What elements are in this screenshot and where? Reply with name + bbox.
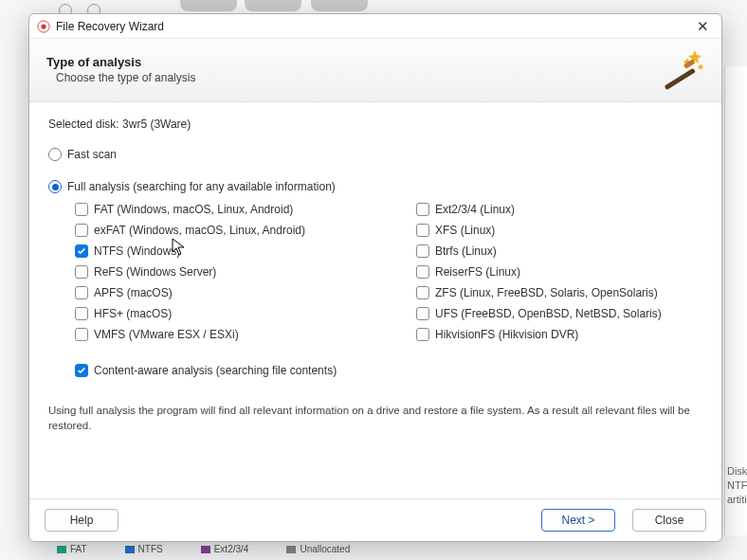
bg-drive-icon	[180, 0, 237, 11]
checkbox-hfsplus[interactable]: HFS+ (macOS)	[75, 307, 397, 320]
selected-disk-label: Selected disk: 3wr5 (3Ware)	[48, 117, 702, 131]
radio-icon	[48, 180, 62, 193]
checkbox-exfat[interactable]: exFAT (Windows, macOS, Linux, Android)	[75, 224, 397, 237]
dialog-footer: Help Next > Close	[29, 498, 721, 541]
dialog-titlebar: File Recovery Wizard ✕	[29, 14, 721, 39]
checkbox-ext[interactable]: Ext2/3/4 (Linux)	[416, 203, 710, 216]
wizard-dialog: File Recovery Wizard ✕ Type of analysis …	[28, 13, 722, 542]
checkbox-xfs[interactable]: XFS (Linux)	[416, 224, 710, 237]
svg-point-1	[41, 24, 46, 28]
bg-legend: FAT NTFS Ext2/3/4 Unallocated	[57, 544, 350, 554]
checkbox-btrfs[interactable]: Btrfs (Linux)	[416, 244, 710, 258]
full-analysis-label: Full analysis (searching for any availab…	[67, 180, 336, 193]
bg-right-labels: Disk NTFS artition	[727, 464, 747, 507]
close-button[interactable]: Close	[632, 509, 706, 532]
checkbox-hikvisionfs[interactable]: HikvisionFS (Hikvision DVR)	[416, 328, 710, 341]
dialog-body: Selected disk: 3wr5 (3Ware) Fast scan Fu…	[29, 102, 721, 498]
close-icon[interactable]: ✕	[691, 20, 714, 33]
fast-scan-radio[interactable]: Fast scan	[48, 148, 702, 161]
analysis-description: Using full analysis the program will fin…	[48, 404, 702, 433]
svg-rect-6	[683, 59, 696, 69]
checkbox-content-aware[interactable]: Content-aware analysis (searching file c…	[75, 364, 702, 377]
help-button[interactable]: Help	[45, 509, 118, 532]
checkbox-apfs[interactable]: APFS (macOS)	[75, 286, 397, 299]
radio-icon	[48, 148, 62, 161]
checkbox-reiserfs[interactable]: ReiserFS (Linux)	[416, 265, 710, 279]
dialog-title: File Recovery Wizard	[56, 20, 691, 33]
dialog-header: Type of analysis Choose the type of anal…	[29, 39, 721, 102]
bg-drive-icon	[311, 0, 368, 11]
bg-drive-icon	[245, 0, 301, 11]
checkbox-refs[interactable]: ReFS (Windows Server)	[75, 265, 397, 279]
checkbox-fat[interactable]: FAT (Windows, macOS, Linux, Android)	[75, 203, 397, 216]
checkbox-zfs[interactable]: ZFS (Linux, FreeBSD, Solaris, OpenSolari…	[416, 286, 710, 299]
svg-marker-4	[698, 63, 704, 70]
wizard-wand-icon	[659, 48, 704, 90]
svg-rect-5	[665, 68, 696, 90]
checkbox-ntfs[interactable]: NTFS (Windows)	[75, 244, 397, 258]
checkbox-ufs[interactable]: UFS (FreeBSD, OpenBSD, NetBSD, Solaris)	[416, 307, 710, 320]
content-aware-label: Content-aware analysis (searching file c…	[94, 364, 337, 377]
next-button[interactable]: Next >	[541, 509, 615, 532]
filesystem-grid: FAT (Windows, macOS, Linux, Android) Ext…	[75, 203, 702, 341]
checkbox-vmfs[interactable]: VMFS (VMware ESX / ESXi)	[75, 328, 397, 341]
header-subtitle: Choose the type of analysis	[56, 71, 659, 84]
full-analysis-radio[interactable]: Full analysis (searching for any availab…	[48, 180, 702, 193]
header-heading: Type of analysis	[46, 55, 659, 69]
app-icon	[37, 20, 50, 33]
fast-scan-label: Fast scan	[67, 148, 117, 161]
